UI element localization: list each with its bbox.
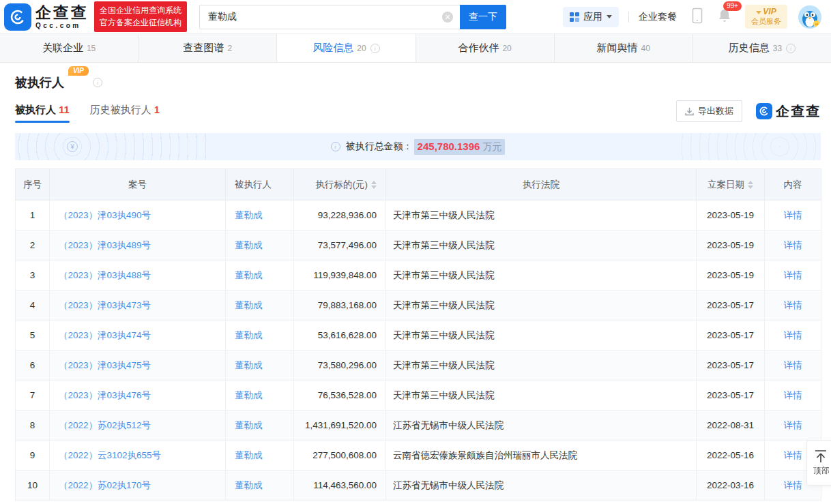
column-header: 序号 (16, 169, 50, 201)
table-row: 5（2023）津03执474号董勒成53,616,628.00天津市第三中级人民… (16, 321, 821, 351)
filing-date-cell: 2023-05-17 (697, 381, 765, 411)
row-number-cell: 10 (16, 471, 50, 501)
table-row: 1（2023）津03执490号董勒成93,228,936.00天津市第三中级人民… (16, 201, 821, 231)
person-link[interactable]: 董勒成 (235, 390, 263, 400)
column-header[interactable]: 立案日期 (697, 169, 765, 201)
tab-label: 风险信息 (312, 42, 353, 55)
main-tab[interactable]: 关联企业15 (0, 34, 138, 62)
detail-link[interactable]: 详情 (784, 270, 802, 280)
mobile-app-icon[interactable] (692, 8, 703, 27)
sort-icon[interactable] (748, 181, 753, 189)
detail-link[interactable]: 详情 (784, 330, 802, 340)
certification-badge: 全国企业信用查询系统 官方备案企业征信机构 (94, 1, 187, 32)
top-header: 企查查 Qcc.com 全国企业信用查询系统 官方备案企业征信机构 ✕ 查一下 … (0, 0, 831, 34)
apps-dropdown[interactable]: 应用 (563, 7, 619, 27)
back-to-top-button[interactable]: 顶部 (806, 440, 831, 486)
subtab[interactable]: 历史被执行人1 (90, 104, 160, 123)
header-right: 应用 企业套餐 99+ VIP 会员服务 (563, 5, 821, 29)
case-number-link[interactable]: （2023）津03执475号 (59, 360, 151, 370)
sort-icon[interactable] (371, 181, 377, 189)
penguin-avatar-icon (798, 5, 821, 29)
detail-link[interactable]: 详情 (784, 240, 802, 250)
column-header-label: 序号 (23, 179, 42, 190)
qcc-watermark-text: 企查查 (776, 102, 821, 121)
main-tab[interactable]: 风险信息20i (277, 34, 416, 62)
export-data-button[interactable]: 导出数据 (676, 100, 742, 122)
row-number-cell: 8 (16, 411, 50, 441)
enterprise-package-link[interactable]: 企业套餐 (639, 11, 677, 23)
row-number-cell: 4 (16, 291, 50, 321)
person-link[interactable]: 董勒成 (235, 210, 263, 220)
user-avatar[interactable] (798, 5, 821, 29)
court-cell: 天津市第三中级人民法院 (386, 351, 697, 381)
table-row: 7（2023）津03执476号董勒成76,536,528.00天津市第三中级人民… (16, 381, 821, 411)
notifications-bell[interactable]: 99+ (718, 8, 731, 26)
tab-info-icon: i (370, 44, 380, 53)
case-number-link[interactable]: （2022）苏02执512号 (59, 420, 151, 430)
tab-count: 40 (641, 44, 650, 53)
main-tab[interactable]: 新闻舆情40 (555, 34, 693, 62)
court-cell: 天津市第三中级人民法院 (386, 291, 697, 321)
detail-link[interactable]: 详情 (784, 210, 802, 220)
subtab[interactable]: 被执行人11 (15, 104, 70, 123)
subtabs: 被执行人11历史被执行人1 (15, 104, 180, 123)
qcc-logo-icon (4, 3, 31, 31)
summary-label: 被执行总金额： (346, 140, 413, 153)
case-number-link[interactable]: （2023）津03执474号 (59, 330, 151, 340)
person-link[interactable]: 董勒成 (235, 300, 263, 310)
filing-date-cell: 2023-05-17 (697, 291, 765, 321)
person-link[interactable]: 董勒成 (235, 420, 263, 430)
detail-link[interactable]: 详情 (784, 480, 802, 490)
column-header: 案号 (50, 169, 226, 201)
person-link[interactable]: 董勒成 (235, 240, 263, 250)
main-tab[interactable]: 合作伙伴20 (416, 34, 555, 62)
detail-cell: 详情 (765, 351, 821, 381)
apps-grid-icon (570, 12, 579, 22)
summary-info-icon[interactable]: i (331, 142, 340, 151)
table-row: 2（2023）津03执489号董勒成73,577,496.00天津市第三中级人民… (16, 231, 821, 261)
table-row: 10（2022）苏02执170号董勒成114,463,560.00江苏省无锡市中… (16, 471, 821, 501)
detail-link[interactable]: 详情 (784, 420, 802, 430)
main-tab[interactable]: 历史信息33i (693, 34, 831, 62)
case-number-cell: （2022）云3102执655号 (50, 441, 226, 471)
filing-date-cell: 2023-05-19 (697, 261, 765, 291)
qcc-logo[interactable]: 企查查 Qcc.com (4, 3, 89, 31)
person-link[interactable]: 董勒成 (235, 480, 263, 490)
case-number-link[interactable]: （2023）津03执490号 (59, 210, 151, 220)
main-tab[interactable]: 查查图谱2 (138, 34, 277, 62)
case-number-link[interactable]: （2023）津03执476号 (59, 390, 151, 400)
detail-link[interactable]: 详情 (784, 300, 802, 310)
detail-cell: 详情 (765, 201, 821, 231)
amount-cell: 1,431,691,520.00 (294, 411, 386, 441)
person-link[interactable]: 董勒成 (235, 330, 263, 340)
detail-link[interactable]: 详情 (784, 390, 802, 400)
case-number-link[interactable]: （2022）苏02执170号 (59, 480, 151, 490)
case-number-link[interactable]: （2022）云3102执655号 (59, 450, 161, 460)
filing-date-cell: 2023-05-19 (697, 201, 765, 231)
vip-label: VIP (763, 7, 776, 16)
title-info-icon[interactable]: i (93, 78, 102, 87)
column-header: 内容 (765, 169, 821, 201)
search-button[interactable]: 查一下 (460, 5, 506, 29)
row-number-cell: 2 (16, 231, 50, 261)
detail-link[interactable]: 详情 (784, 450, 802, 460)
apps-label: 应用 (583, 11, 602, 23)
column-header-label: 执行标的(元) (316, 179, 368, 190)
detail-link[interactable]: 详情 (784, 360, 802, 370)
clear-search-icon[interactable]: ✕ (442, 12, 453, 23)
case-number-link[interactable]: （2023）津03执488号 (59, 270, 151, 280)
vip-member-service[interactable]: VIP 会员服务 (745, 5, 787, 29)
column-header-label: 内容 (784, 179, 802, 190)
column-header-label: 被执行人 (235, 179, 272, 190)
filing-date-cell: 2022-03-16 (697, 471, 765, 501)
row-number-cell: 1 (16, 201, 50, 231)
person-link[interactable]: 董勒成 (235, 360, 263, 370)
column-header[interactable]: 执行标的(元) (294, 169, 386, 201)
person-link[interactable]: 董勒成 (235, 450, 263, 460)
search-input[interactable] (199, 5, 460, 29)
case-number-link[interactable]: （2023）津03执489号 (59, 240, 151, 250)
logo-en: Qcc.com (35, 23, 89, 29)
court-cell: 云南省德宏傣族景颇族自治州瑞丽市人民法院 (386, 441, 697, 471)
person-link[interactable]: 董勒成 (235, 270, 263, 280)
case-number-link[interactable]: （2023）津03执473号 (59, 300, 151, 310)
